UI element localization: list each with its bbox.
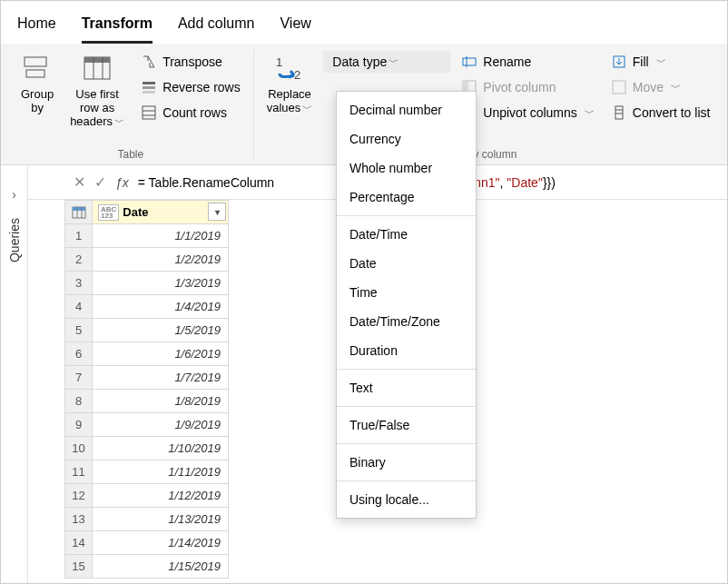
- convert-icon: [611, 104, 627, 121]
- cell-date[interactable]: 1/7/2019: [93, 366, 229, 390]
- row-number[interactable]: 3: [65, 272, 93, 295]
- column-type-icon[interactable]: ABC123: [98, 204, 119, 221]
- row-number[interactable]: 10: [65, 437, 93, 460]
- use-first-row-icon: [82, 53, 113, 84]
- fill-button[interactable]: Fill﹀: [605, 51, 716, 73]
- table-row[interactable]: 21/2/2019: [65, 248, 229, 272]
- table-row[interactable]: 41/4/2019: [65, 295, 229, 319]
- svg-rect-1: [26, 70, 44, 77]
- select-all-corner[interactable]: [65, 201, 93, 224]
- cancel-formula-button[interactable]: ✕: [74, 173, 85, 191]
- table-row[interactable]: 71/7/2019: [65, 366, 229, 390]
- type-percentage[interactable]: Percentage: [337, 183, 476, 212]
- type-datetimezone[interactable]: Date/Time/Zone: [337, 307, 476, 336]
- row-number[interactable]: 6: [65, 342, 93, 366]
- tab-transform[interactable]: Transform: [82, 10, 152, 44]
- commit-formula-button[interactable]: ✓: [94, 173, 106, 191]
- table-row[interactable]: 61/6/2019: [65, 342, 229, 366]
- cell-date[interactable]: 1/8/2019: [93, 390, 229, 413]
- cell-date[interactable]: 1/6/2019: [93, 342, 229, 366]
- dropdown-separator: [337, 215, 476, 216]
- queries-side-tab[interactable]: › Queries: [1, 165, 28, 584]
- svg-rect-26: [73, 207, 85, 211]
- data-type-label: Data type: [332, 54, 387, 69]
- cell-date[interactable]: 1/5/2019: [93, 319, 229, 342]
- table-row[interactable]: 81/8/2019: [65, 390, 229, 413]
- reverse-label: Reverse rows: [162, 80, 241, 94]
- cell-date[interactable]: 1/13/2019: [93, 508, 229, 531]
- data-type-button[interactable]: Data type﹀: [323, 51, 450, 73]
- row-number[interactable]: 8: [65, 390, 93, 413]
- cell-date[interactable]: 1/3/2019: [93, 272, 229, 295]
- use-first-row-button[interactable]: Use first row as headers﹀: [64, 49, 130, 133]
- replace-label: Replace values﹀: [267, 87, 313, 115]
- row-number[interactable]: 9: [65, 413, 93, 437]
- unpivot-label: Unpivot columns: [483, 105, 577, 120]
- row-number[interactable]: 2: [65, 248, 93, 272]
- table-row[interactable]: 151/15/2019: [65, 555, 229, 579]
- table-row[interactable]: 141/14/2019: [65, 531, 229, 555]
- cell-date[interactable]: 1/9/2019: [93, 413, 229, 437]
- column-filter-button[interactable]: ▾: [208, 203, 226, 221]
- type-whole[interactable]: Whole number: [337, 153, 476, 183]
- type-text[interactable]: Text: [337, 373, 476, 402]
- table-row[interactable]: 11/1/2019: [65, 224, 229, 248]
- row-number[interactable]: 13: [65, 508, 93, 531]
- svg-rect-22: [615, 106, 623, 119]
- svg-rect-3: [84, 57, 110, 63]
- column-name: Date: [123, 205, 148, 219]
- tab-home[interactable]: Home: [17, 10, 56, 44]
- tab-add-column[interactable]: Add column: [178, 10, 255, 44]
- row-number[interactable]: 12: [65, 484, 93, 508]
- type-locale[interactable]: Using locale...: [337, 485, 476, 514]
- svg-rect-9: [143, 106, 155, 119]
- cell-date[interactable]: 1/1/2019: [93, 224, 229, 248]
- group-label-anycolumn: Any column: [261, 144, 716, 163]
- row-number[interactable]: 5: [65, 319, 93, 342]
- unpivot-button[interactable]: Unpivot columns﹀: [456, 102, 600, 124]
- replace-values-button[interactable]: 12 Replace values﹀: [261, 49, 319, 119]
- row-number[interactable]: 14: [65, 531, 93, 555]
- transpose-button[interactable]: Transpose: [135, 51, 246, 73]
- rename-button[interactable]: Rename: [456, 51, 600, 73]
- svg-rect-6: [143, 82, 155, 84]
- type-datetime[interactable]: Date/Time: [337, 220, 476, 249]
- fx-icon[interactable]: ƒx: [115, 175, 129, 190]
- cell-date[interactable]: 1/14/2019: [93, 531, 229, 555]
- type-binary[interactable]: Binary: [337, 448, 476, 477]
- row-number[interactable]: 7: [65, 366, 93, 390]
- type-duration[interactable]: Duration: [337, 336, 476, 365]
- tab-view[interactable]: View: [280, 10, 310, 44]
- table-row[interactable]: 101/10/2019: [65, 437, 229, 460]
- type-date[interactable]: Date: [337, 249, 476, 278]
- group-by-button[interactable]: Group by: [15, 49, 59, 118]
- table-row[interactable]: 121/12/2019: [65, 484, 229, 508]
- table-row[interactable]: 51/5/2019: [65, 319, 229, 342]
- cell-date[interactable]: 1/12/2019: [93, 484, 229, 508]
- cell-date[interactable]: 1/15/2019: [93, 555, 229, 579]
- reverse-rows-button[interactable]: Reverse rows: [135, 76, 246, 98]
- count-rows-button[interactable]: Count rows: [135, 102, 246, 124]
- type-truefalse[interactable]: True/False: [337, 411, 476, 440]
- type-time[interactable]: Time: [337, 278, 476, 307]
- cell-date[interactable]: 1/11/2019: [93, 460, 229, 484]
- table-row[interactable]: 91/9/2019: [65, 413, 229, 437]
- type-currency[interactable]: Currency: [337, 124, 476, 153]
- main-tabs: Home Transform Add column View: [1, 1, 727, 44]
- row-number[interactable]: 1: [65, 224, 93, 248]
- row-number[interactable]: 4: [65, 295, 93, 319]
- cell-date[interactable]: 1/4/2019: [93, 295, 229, 319]
- column-header-date[interactable]: ABC123 Date ▾: [93, 201, 229, 224]
- type-decimal[interactable]: Decimal number: [337, 95, 476, 124]
- cell-date[interactable]: 1/2/2019: [93, 248, 229, 272]
- cell-date[interactable]: 1/10/2019: [93, 437, 229, 460]
- table-row[interactable]: 111/11/2019: [65, 460, 229, 484]
- table-row[interactable]: 31/3/2019: [65, 272, 229, 295]
- row-number[interactable]: 11: [65, 460, 93, 484]
- transpose-label: Transpose: [162, 54, 222, 69]
- table-row[interactable]: 131/13/2019: [65, 508, 229, 531]
- reverse-icon: [141, 79, 157, 95]
- convert-list-button[interactable]: Convert to list: [605, 102, 716, 124]
- row-number[interactable]: 15: [65, 555, 93, 579]
- fill-icon: [611, 54, 627, 70]
